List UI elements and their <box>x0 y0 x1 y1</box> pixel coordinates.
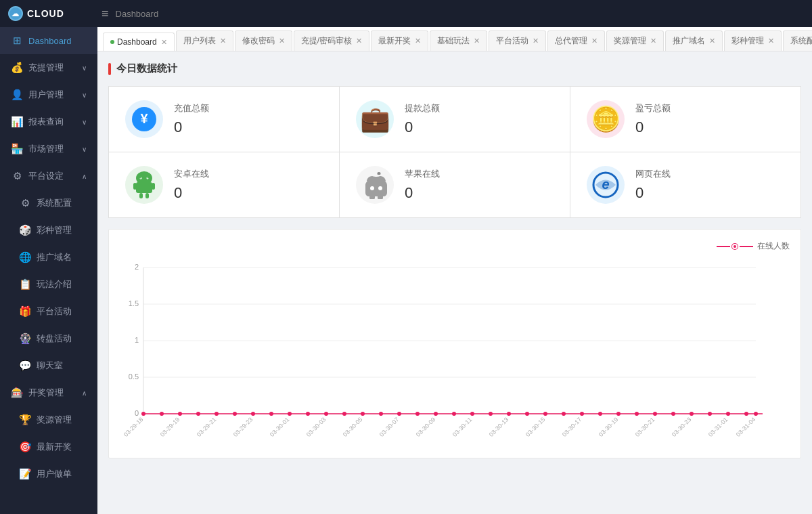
svg-text:2: 2 <box>135 263 139 271</box>
svg-point-44 <box>452 412 456 416</box>
sidebar-item-platform-settings[interactable]: ⚙ 平台设定 ∧ <box>0 163 97 190</box>
label-prize-src: 奖源管理 <box>37 414 72 426</box>
online-chart: 2 1.5 1 0.5 0 <box>120 257 763 447</box>
svg-point-46 <box>489 412 493 416</box>
tab-bar: Dashboard ✕ 用户列表 ✕ 修改密码 ✕ 充提/密码审核 ✕ 最新开奖… <box>97 27 812 51</box>
tab-close[interactable]: ✕ <box>650 37 656 45</box>
menu-icon[interactable]: ≡ <box>102 7 109 21</box>
layout: ⊞ Dashboard 💰 充提管理 ∨ 👤 用户管理 ∨ 📊 报表查询 ∨ 🏪… <box>0 27 812 514</box>
tab-sys-config[interactable]: 系统配置 ✕ <box>783 30 812 51</box>
label-report-query: 报表查询 <box>28 116 64 128</box>
tab-close[interactable]: ✕ <box>533 37 539 45</box>
svg-point-58 <box>708 412 712 416</box>
tab-label: 基础玩法 <box>437 35 470 47</box>
tab-label: 推广域名 <box>673 35 705 47</box>
svg-point-35 <box>288 412 292 416</box>
label-user-mgmt: 用户管理 <box>28 89 64 101</box>
tab-label: 最新开奖 <box>378 35 411 47</box>
icon-play-intro: 📋 <box>19 278 31 291</box>
stat-info-apple-online: 苹果在线 0 <box>405 168 440 202</box>
sidebar-item-prize-src[interactable]: 🏆 奖源管理 <box>0 406 97 433</box>
tab-label: 奖源管理 <box>614 35 646 47</box>
tab-dashboard[interactable]: Dashboard ✕ <box>103 33 175 51</box>
legend-line-icon <box>717 244 753 249</box>
tab-platform-activity[interactable]: 平台活动 ✕ <box>489 30 546 51</box>
tab-close[interactable]: ✕ <box>356 37 362 45</box>
svg-point-54 <box>635 412 639 416</box>
logo-icon: ☁ <box>8 6 23 21</box>
section-title: 今日数据统计 <box>108 62 801 75</box>
svg-text:03-30-21: 03-30-21 <box>634 416 656 438</box>
svg-rect-8 <box>133 183 137 190</box>
label-recharge-mgmt: 充提管理 <box>28 62 64 74</box>
stat-value-android-online: 0 <box>174 184 209 202</box>
stat-card-apple-online: 苹果在线 0 <box>340 152 570 217</box>
sidebar-item-market-mgmt[interactable]: 🏪 市场管理 ∨ <box>0 135 97 163</box>
svg-point-39 <box>361 412 365 416</box>
svg-point-31 <box>215 412 219 416</box>
icon-report-query: 📊 <box>11 116 23 128</box>
sidebar-item-chatroom[interactable]: 💬 聊天室 <box>0 352 97 379</box>
tab-promo-domain[interactable]: 推广域名 ✕ <box>665 30 723 51</box>
sidebar-item-recharge-mgmt[interactable]: 💰 充提管理 ∨ <box>0 54 97 81</box>
sidebar-item-user-mgmt[interactable]: 👤 用户管理 ∨ <box>0 81 97 108</box>
sidebar-item-turntable[interactable]: 🎡 转盘活动 <box>0 325 97 352</box>
sidebar-item-sys-config[interactable]: ⚙ 系统配置 <box>0 190 97 217</box>
tab-label: 充提/密码审核 <box>301 35 352 47</box>
tab-close[interactable]: ✕ <box>474 37 480 45</box>
svg-point-52 <box>598 412 602 416</box>
sidebar-item-draw-mgmt[interactable]: 🎰 开奖管理 ∧ <box>0 379 97 406</box>
label-market-mgmt: 市场管理 <box>28 143 64 155</box>
sidebar-item-latest-draw[interactable]: 🎯 最新开奖 <box>0 433 97 461</box>
sidebar-item-dashboard[interactable]: ⊞ Dashboard <box>0 27 97 54</box>
svg-rect-11 <box>145 193 149 198</box>
tab-prize-management[interactable]: 奖源管理 ✕ <box>606 30 664 51</box>
icon-user-mgmt: 👤 <box>11 89 23 101</box>
tab-user-list[interactable]: 用户列表 ✕ <box>176 30 233 51</box>
tab-close[interactable]: ✕ <box>415 37 421 45</box>
svg-text:03-30-23: 03-30-23 <box>671 416 693 438</box>
stat-card-android-online: 安卓在线 0 <box>109 152 339 217</box>
icon-lottery-mgmt: 🎲 <box>19 224 31 236</box>
svg-point-50 <box>562 412 566 416</box>
sidebar-item-lottery-mgmt[interactable]: 🎲 彩种管理 <box>0 217 97 244</box>
tab-close[interactable]: ✕ <box>220 37 226 45</box>
sidebar-item-play-intro[interactable]: 📋 玩法介绍 <box>0 271 97 298</box>
stat-label-apple-online: 苹果在线 <box>405 168 440 180</box>
svg-point-12 <box>370 186 374 190</box>
icon-sys-config: ⚙ <box>19 197 31 209</box>
arrow-report-query: ∨ <box>82 119 87 126</box>
svg-rect-7 <box>136 182 152 193</box>
tab-basic-play[interactable]: 基础玩法 ✕ <box>430 30 487 51</box>
tab-close[interactable]: ✕ <box>768 37 774 45</box>
stat-info-web-online: 网页在线 0 <box>635 168 671 202</box>
tab-close[interactable]: ✕ <box>161 38 167 47</box>
icon-promo-domain: 🌐 <box>19 251 31 263</box>
icon-latest-draw: 🎯 <box>19 441 31 453</box>
svg-point-29 <box>178 412 182 416</box>
icon-prize-src: 🏆 <box>19 414 31 426</box>
sidebar-item-platform-activity2[interactable]: 🎁 平台活动 <box>0 298 97 325</box>
tab-close[interactable]: ✕ <box>591 37 597 45</box>
tab-recharge-audit[interactable]: 充提/密码审核 ✕ <box>294 30 369 51</box>
label-promo-domain: 推广域名 <box>37 251 72 263</box>
svg-point-61 <box>754 412 758 416</box>
header: ☁ CLOUD ≡ Dashboard <box>0 0 812 27</box>
arrow-market-mgmt: ∨ <box>82 146 87 153</box>
tab-lottery-mgmt[interactable]: 彩种管理 ✕ <box>724 30 782 51</box>
tab-close[interactable]: ✕ <box>279 37 285 45</box>
tab-close[interactable]: ✕ <box>709 37 715 45</box>
sidebar-item-promo-domain[interactable]: 🌐 推广域名 <box>0 244 97 271</box>
tab-general-management[interactable]: 总代管理 ✕ <box>547 30 605 51</box>
arrow-draw-mgmt: ∧ <box>82 389 87 397</box>
tab-latest-open[interactable]: 最新开奖 ✕ <box>371 30 428 51</box>
sidebar-item-report-query[interactable]: 📊 报表查询 ∨ <box>0 108 97 135</box>
tab-change-pwd[interactable]: 修改密码 ✕ <box>235 30 292 51</box>
svg-text:0: 0 <box>135 409 139 417</box>
sidebar-item-user-order[interactable]: 📝 用户做单 <box>0 461 97 488</box>
svg-text:1: 1 <box>135 336 139 344</box>
tab-label: 修改密码 <box>242 35 275 47</box>
label-sys-config: 系统配置 <box>37 197 72 209</box>
tab-label: Dashboard <box>117 37 157 47</box>
svg-text:03-30-07: 03-30-07 <box>378 416 401 438</box>
